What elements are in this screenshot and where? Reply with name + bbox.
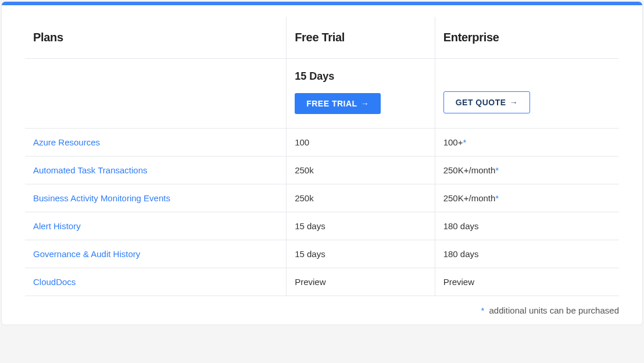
- feature-link[interactable]: Business Activity Monitoring Events: [33, 193, 170, 203]
- enterprise-cell: 180 days: [435, 212, 619, 240]
- trial-cell: 250k: [287, 184, 435, 212]
- table-row: Automated Task Transactions250k250K+/mon…: [25, 156, 619, 184]
- pricing-card: Plans Free Trial Enterprise 15 Days FREE…: [1, 1, 643, 325]
- header-enterprise: Enterprise: [435, 17, 619, 59]
- table-row: Governance & Audit History15 days180 day…: [25, 240, 619, 268]
- cta-empty-cell: [25, 59, 287, 129]
- trial-cell: 15 days: [287, 240, 435, 268]
- feature-link[interactable]: Azure Resources: [33, 137, 100, 147]
- pricing-table: Plans Free Trial Enterprise 15 Days FREE…: [25, 17, 619, 296]
- feature-cell: Business Activity Monitoring Events: [25, 184, 287, 212]
- feature-cell: Alert History: [25, 212, 287, 240]
- enterprise-cell: Preview: [435, 268, 619, 296]
- header-free-trial: Free Trial: [287, 17, 435, 59]
- trial-cell: 15 days: [287, 212, 435, 240]
- table-row: Business Activity Monitoring Events250k2…: [25, 184, 619, 212]
- enterprise-cell: 100+*: [435, 129, 619, 156]
- feature-link[interactable]: CloudDocs: [33, 277, 76, 287]
- feature-link[interactable]: Automated Task Transactions: [33, 165, 148, 175]
- enterprise-cell: 250K+/month*: [435, 184, 619, 212]
- feature-link[interactable]: Alert History: [33, 221, 81, 231]
- card-content: Plans Free Trial Enterprise 15 Days FREE…: [2, 5, 642, 325]
- footnote: * additional units can be purchased: [25, 305, 619, 315]
- trial-cell: 100: [287, 129, 435, 156]
- cta-trial-cell: 15 Days FREE TRIAL →: [287, 59, 435, 129]
- free-trial-button[interactable]: FREE TRIAL →: [295, 93, 381, 114]
- header-plans: Plans: [25, 17, 287, 59]
- footnote-text: additional units can be purchased: [489, 305, 620, 315]
- feature-cell: Azure Resources: [25, 129, 287, 156]
- asterisk-icon: *: [495, 165, 499, 175]
- footnote-marker: *: [481, 305, 484, 315]
- feature-cell: Automated Task Transactions: [25, 156, 287, 184]
- feature-link[interactable]: Governance & Audit History: [33, 249, 140, 259]
- enterprise-cell: 250K+/month*: [435, 156, 619, 184]
- trial-days-label: 15 Days: [295, 70, 427, 83]
- table-row: Azure Resources100100+*: [25, 129, 619, 156]
- get-quote-button[interactable]: GET QUOTE →: [443, 91, 530, 113]
- enterprise-cell: 180 days: [435, 240, 619, 268]
- feature-cell: Governance & Audit History: [25, 240, 287, 268]
- feature-cell: CloudDocs: [25, 268, 287, 296]
- table-row: CloudDocsPreviewPreview: [25, 268, 619, 296]
- free-trial-button-label: FREE TRIAL: [306, 99, 357, 108]
- arrow-right-icon: →: [510, 98, 518, 107]
- arrow-right-icon: →: [361, 99, 370, 108]
- trial-cell: Preview: [287, 268, 435, 296]
- table-row: Alert History15 days180 days: [25, 212, 619, 240]
- asterisk-icon: *: [495, 193, 499, 203]
- asterisk-icon: *: [463, 137, 466, 147]
- trial-cell: 250k: [287, 156, 435, 184]
- get-quote-button-label: GET QUOTE: [456, 98, 506, 107]
- cta-enterprise-cell: GET QUOTE →: [435, 59, 619, 129]
